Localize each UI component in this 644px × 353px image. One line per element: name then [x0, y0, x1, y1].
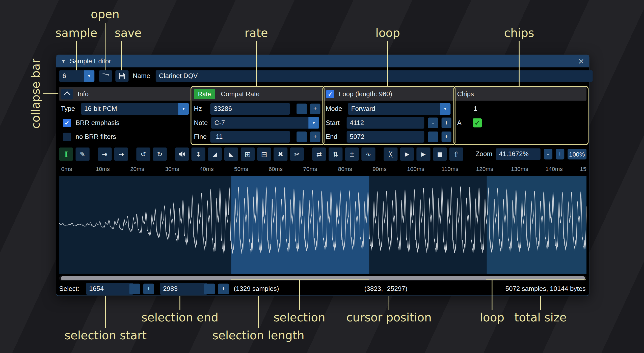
filter-button[interactable]: ∿ — [361, 147, 375, 161]
zoom-reset-button[interactable]: 100% — [567, 149, 586, 159]
trim-icon: ✂ — [294, 150, 300, 158]
annotation-collapse-bar: collapse bar — [29, 59, 43, 129]
zoom-out-button[interactable]: - — [544, 149, 552, 159]
loop-panel-title: Loop (length: 960) — [339, 90, 392, 97]
loop-start-value: 4112 — [350, 119, 364, 127]
annotation-line-loop-region — [492, 280, 492, 310]
compat-rate-tab[interactable]: Compat Rate — [221, 90, 259, 97]
sample-dropdown-button[interactable]: ▼ — [84, 70, 94, 82]
fine-increase-button[interactable]: + — [310, 132, 320, 142]
selection-end-decrease-button[interactable]: - — [204, 284, 215, 294]
selection-start-increase-button[interactable]: + — [143, 284, 154, 294]
draw-mode-button[interactable]: ✎ — [75, 147, 89, 161]
annotation-line-sample — [76, 41, 77, 70]
waveform-view[interactable] — [59, 176, 586, 274]
note-dropdown-button[interactable]: ▼ — [308, 117, 319, 129]
annotation-save: save — [115, 26, 142, 40]
chips-panel: Chips 1 A ✓ — [455, 87, 586, 143]
loop-end-label: End — [326, 133, 346, 140]
amplify-button[interactable] — [175, 147, 189, 161]
ruler-label: 0ms — [61, 166, 72, 172]
loop-end-decrease-button[interactable]: - — [428, 132, 438, 142]
collapse-bar-button[interactable] — [61, 89, 73, 99]
info-panel-title: Info — [78, 90, 89, 97]
open-folder-icon — [102, 73, 109, 79]
loop-start-increase-button[interactable]: + — [441, 117, 451, 128]
hz-increase-button[interactable]: + — [310, 104, 320, 114]
crossfade-icon: ╳ — [389, 151, 392, 157]
selection-start-decrease-button[interactable]: - — [129, 284, 140, 294]
stop-preview-button[interactable]: ■ — [433, 147, 447, 161]
zoom-in-button[interactable]: + — [556, 149, 564, 159]
loop-enable-checkbox[interactable]: ✓ — [326, 90, 334, 98]
undo-button[interactable]: ↺ — [136, 147, 150, 161]
loop-start-decrease-button[interactable]: - — [428, 117, 438, 128]
sample-selector[interactable]: 6 ▼ — [59, 70, 94, 82]
hz-input[interactable]: 33286 — [210, 103, 290, 115]
note-selector[interactable]: C-7 ▼ — [211, 117, 319, 129]
insert-silence-button[interactable]: ⊞ — [241, 147, 255, 161]
note-label: Note — [194, 119, 211, 127]
type-dropdown-button[interactable]: ▼ — [178, 103, 189, 115]
loop-end-input[interactable]: 5072 — [346, 131, 424, 143]
fine-input[interactable]: -11 — [210, 131, 290, 143]
ruler-label: 80ms — [338, 166, 352, 172]
loop-start-input[interactable]: 4112 — [346, 117, 424, 129]
preview-button[interactable]: ▶ — [400, 147, 414, 161]
fine-label: Fine — [194, 133, 210, 140]
loop-mode-dropdown-button[interactable]: ▼ — [440, 103, 450, 115]
window-collapse-icon[interactable]: ▼ — [61, 59, 66, 64]
apply-silence-button[interactable]: ⊟ — [257, 147, 271, 161]
chevron-down-icon: ▼ — [87, 74, 91, 78]
hz-value: 33286 — [214, 105, 232, 113]
status-bar: Select: 1654 - + 2983 - + (1329 samples)… — [59, 283, 586, 295]
info-panel: Info Type 16-bit PCM ▼ ✓ BRR emphasis no… — [59, 87, 191, 143]
open-button[interactable] — [99, 70, 112, 82]
loop-end-value: 5072 — [350, 133, 364, 140]
annotation-selection-length: selection length — [212, 329, 304, 342]
no-brr-filters-checkbox[interactable] — [63, 133, 71, 141]
ruler-label: 30ms — [165, 166, 179, 172]
fade-out-button[interactable]: ◣ — [224, 147, 238, 161]
fine-decrease-button[interactable]: - — [297, 132, 307, 142]
resample-button[interactable]: ⇝ — [114, 147, 128, 161]
selection-end-increase-button[interactable]: + — [218, 284, 229, 294]
name-input[interactable]: Clarinet DQV — [156, 70, 593, 82]
chip-a-checkbox[interactable]: ✓ — [473, 118, 482, 128]
create-wavetable-button[interactable]: ⇧ — [449, 147, 463, 161]
selection-length-text: (1329 samples) — [234, 283, 279, 295]
ruler-label: 120ms — [476, 166, 493, 172]
selection-end-input[interactable]: 2983 — [160, 283, 207, 295]
annotation-line-selection-start — [105, 296, 106, 328]
ibeam-cursor-icon: I — [64, 150, 68, 158]
preview-loop-button[interactable]: ▶ — [416, 147, 430, 161]
loop-mode-selector[interactable]: Forward ▼ — [348, 103, 451, 115]
fade-in-button[interactable]: ◢ — [208, 147, 222, 161]
select-label: Select: — [59, 283, 79, 295]
reverse-button[interactable]: ⇄ — [312, 147, 326, 161]
brr-emphasis-checkbox[interactable]: ✓ — [63, 119, 71, 127]
sign-invert-button[interactable]: ± — [345, 147, 359, 161]
hz-decrease-button[interactable]: - — [297, 104, 307, 114]
resize-button[interactable]: ⇥ — [98, 147, 112, 161]
select-mode-button[interactable]: I — [59, 147, 73, 161]
close-icon[interactable]: × — [578, 56, 584, 66]
annotation-line-selection-length — [258, 296, 259, 328]
zoom-input[interactable]: 41.1672% — [496, 148, 540, 160]
check-icon: ✓ — [328, 91, 333, 97]
loop-start-label: Start — [326, 119, 346, 127]
delete-button[interactable]: ✖ — [274, 147, 287, 161]
invert-button[interactable]: ⇅ — [329, 147, 342, 161]
redo-button[interactable]: ↻ — [153, 147, 167, 161]
type-selector[interactable]: 16-bit PCM ▼ — [81, 103, 189, 115]
annotation-line-chips — [519, 41, 520, 86]
rate-tab[interactable]: Rate — [194, 89, 215, 99]
crossfade-button[interactable]: ╳ — [384, 147, 397, 161]
selection-start-input[interactable]: 1654 — [86, 283, 133, 295]
titlebar[interactable]: ▼ Sample Editor × — [56, 55, 589, 67]
loop-panel-header: ✓ Loop (length: 960) — [324, 87, 453, 101]
save-button[interactable] — [115, 70, 128, 82]
loop-end-increase-button[interactable]: + — [441, 132, 451, 142]
trim-button[interactable]: ✂ — [290, 147, 304, 161]
normalize-button[interactable]: ↕ — [191, 147, 205, 161]
